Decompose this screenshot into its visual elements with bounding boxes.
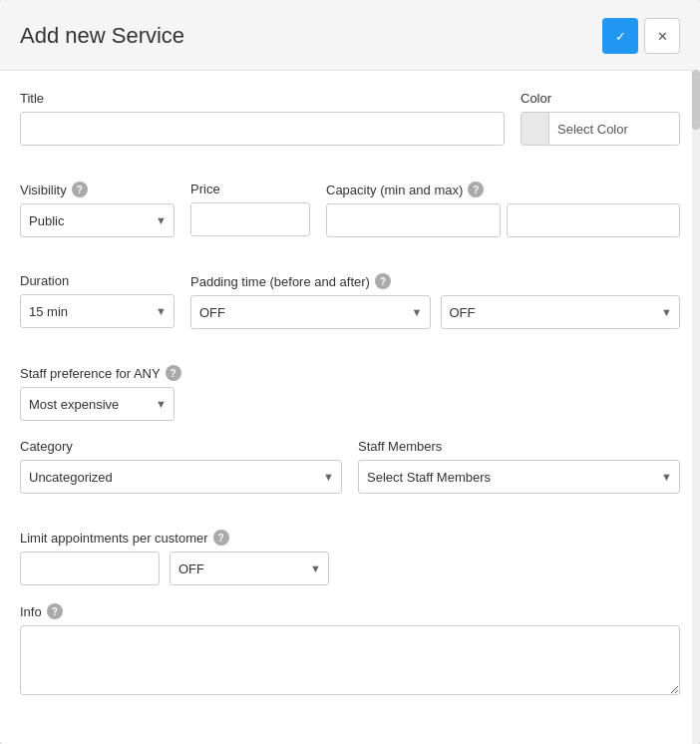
staff-members-label: Staff Members <box>358 439 680 454</box>
header-buttons: ✓ ✕ <box>602 18 680 54</box>
color-btn-label[interactable]: Select Color <box>549 122 679 137</box>
padding-after-select[interactable]: OFF 5 min 10 min 15 min 30 min <box>441 295 681 329</box>
price-input[interactable] <box>190 202 310 236</box>
modal-title: Add new Service <box>20 23 184 49</box>
color-field: Color Select Color <box>521 91 680 146</box>
close-icon: ✕ <box>657 29 668 44</box>
visibility-field: Visibility ? Public Private ▼ <box>20 182 175 237</box>
capacity-field: Capacity (min and max) ? <box>326 182 680 237</box>
scrollbar-track <box>692 70 700 744</box>
category-select-wrapper: Uncategorized ▼ <box>20 460 342 494</box>
close-button[interactable]: ✕ <box>644 18 680 54</box>
duration-label: Duration <box>20 273 175 288</box>
confirm-button[interactable]: ✓ <box>602 18 638 54</box>
vis-price-cap-row: Visibility ? Public Private ▼ Price <box>20 182 680 255</box>
title-label: Title <box>20 91 505 106</box>
category-field: Category Uncategorized ▼ <box>20 439 342 494</box>
staff-members-select-wrapper: Select Staff Members ▼ <box>358 460 680 494</box>
staff-pref-select-wrapper: Most expensive Least expensive Random ▼ <box>20 387 175 421</box>
cat-staff-row: Category Uncategorized ▼ Staff Members S… <box>20 439 680 512</box>
visibility-help-icon[interactable]: ? <box>72 182 88 197</box>
limit-label: Limit appointments per customer ? <box>20 530 680 546</box>
padding-label: Padding time (before and after) ? <box>190 273 680 289</box>
capacity-min-input[interactable] <box>326 203 501 237</box>
title-input[interactable] <box>20 112 505 146</box>
info-textarea[interactable] <box>20 625 680 695</box>
padding-before-select-wrapper: OFF 5 min 10 min 15 min 30 min ▼ <box>190 295 431 329</box>
category-select[interactable]: Uncategorized <box>20 460 342 494</box>
confirm-icon: ✓ <box>615 29 626 44</box>
capacity-max-input[interactable] <box>507 203 681 237</box>
limit-row: Limit appointments per customer ? OFF Da… <box>20 530 680 585</box>
category-label: Category <box>20 439 342 454</box>
color-btn-wrapper[interactable]: Select Color <box>521 112 680 146</box>
visibility-select[interactable]: Public Private <box>20 203 175 237</box>
padding-dropdowns: OFF 5 min 10 min 15 min 30 min ▼ OFF 5 m… <box>190 295 680 329</box>
limit-off-select-wrapper: OFF Day Week Month ▼ <box>170 552 329 585</box>
visibility-label: Visibility ? <box>20 182 175 197</box>
staff-pref-select[interactable]: Most expensive Least expensive Random <box>20 387 175 421</box>
duration-select-wrapper: 5 min 10 min 15 min 30 min 45 min 60 min… <box>20 294 175 328</box>
title-field: Title <box>20 91 505 146</box>
visibility-select-wrapper: Public Private ▼ <box>20 203 175 237</box>
price-label: Price <box>190 182 310 196</box>
title-color-row: Title Color Select Color <box>20 91 680 164</box>
limit-input[interactable] <box>20 552 160 585</box>
duration-select[interactable]: 5 min 10 min 15 min 30 min 45 min 60 min <box>20 294 175 328</box>
limit-help-icon[interactable]: ? <box>213 530 229 546</box>
staff-members-select[interactable]: Select Staff Members <box>358 460 680 494</box>
capacity-help-icon[interactable]: ? <box>468 182 484 197</box>
padding-before-select[interactable]: OFF 5 min 10 min 15 min 30 min <box>190 295 431 329</box>
staff-pref-row: Staff preference for ANY ? Most expensiv… <box>20 365 680 421</box>
scrollbar-thumb[interactable] <box>692 70 700 130</box>
info-help-icon[interactable]: ? <box>47 603 63 619</box>
info-row: Info ? <box>20 603 680 698</box>
color-swatch <box>522 113 549 145</box>
capacity-label: Capacity (min and max) ? <box>326 182 680 197</box>
limit-off-select[interactable]: OFF Day Week Month <box>170 552 329 585</box>
modal-header: Add new Service ✓ ✕ <box>0 0 700 71</box>
color-label: Color <box>521 91 680 106</box>
staff-members-field: Staff Members Select Staff Members ▼ <box>358 439 680 494</box>
limit-inputs: OFF Day Week Month ▼ <box>20 552 680 585</box>
padding-help-icon[interactable]: ? <box>375 273 391 289</box>
duration-padding-row: Duration 5 min 10 min 15 min 30 min 45 m… <box>20 273 680 347</box>
price-field: Price <box>190 182 310 236</box>
duration-field: Duration 5 min 10 min 15 min 30 min 45 m… <box>20 273 175 328</box>
capacity-inputs <box>326 203 680 237</box>
padding-after-select-wrapper: OFF 5 min 10 min 15 min 30 min ▼ <box>441 295 681 329</box>
padding-field: Padding time (before and after) ? OFF 5 … <box>190 273 680 329</box>
info-label: Info ? <box>20 603 680 619</box>
add-service-modal: Add new Service ✓ ✕ Title Color <box>0 0 700 744</box>
staff-pref-help-icon[interactable]: ? <box>166 365 181 381</box>
staff-pref-label: Staff preference for ANY ? <box>20 365 680 381</box>
modal-body: Title Color Select Color Visibility ? <box>0 71 700 736</box>
